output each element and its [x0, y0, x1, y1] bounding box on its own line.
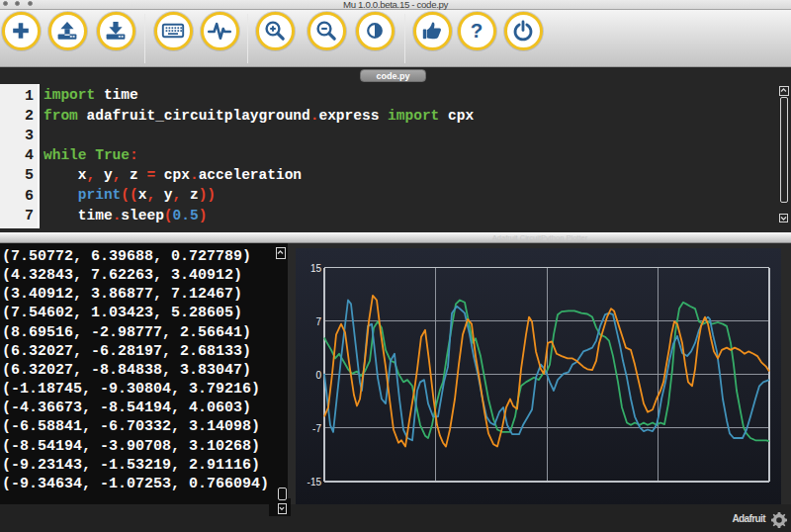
svg-text:?: ?: [471, 19, 483, 42]
svg-text:7: 7: [315, 316, 321, 327]
svg-text:15: 15: [310, 263, 322, 274]
svg-text:-7: -7: [312, 423, 321, 434]
svg-text:-15: -15: [308, 477, 322, 488]
svg-text:0: 0: [315, 370, 321, 381]
